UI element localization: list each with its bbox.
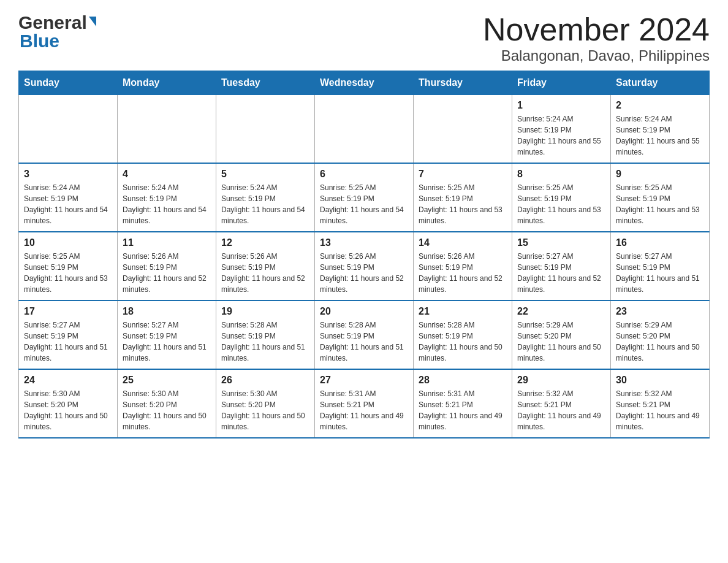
day-number: 4: [123, 169, 211, 180]
day-info: Sunrise: 5:24 AM Sunset: 5:19 PM Dayligh…: [123, 182, 211, 226]
calendar-cell: 9Sunrise: 5:25 AM Sunset: 5:19 PM Daylig…: [611, 163, 710, 232]
calendar-cell: 16Sunrise: 5:27 AM Sunset: 5:19 PM Dayli…: [611, 232, 710, 301]
day-info: Sunrise: 5:24 AM Sunset: 5:19 PM Dayligh…: [24, 182, 112, 226]
logo-arrow-icon: [89, 17, 96, 26]
calendar-cell: 2Sunrise: 5:24 AM Sunset: 5:19 PM Daylig…: [611, 95, 710, 164]
calendar-cell: [216, 95, 315, 164]
calendar-week-2: 3Sunrise: 5:24 AM Sunset: 5:19 PM Daylig…: [19, 163, 710, 232]
day-number: 30: [616, 375, 704, 386]
page-title: November 2024: [483, 12, 710, 47]
day-info: Sunrise: 5:32 AM Sunset: 5:21 PM Dayligh…: [517, 388, 605, 432]
calendar-cell: 4Sunrise: 5:24 AM Sunset: 5:19 PM Daylig…: [118, 163, 216, 232]
calendar-cell: 3Sunrise: 5:24 AM Sunset: 5:19 PM Daylig…: [19, 163, 118, 232]
day-info: Sunrise: 5:24 AM Sunset: 5:19 PM Dayligh…: [221, 182, 309, 226]
day-number: 12: [221, 237, 309, 248]
calendar-cell: 18Sunrise: 5:27 AM Sunset: 5:19 PM Dayli…: [118, 301, 216, 369]
logo-general-text: General: [18, 12, 87, 33]
day-info: Sunrise: 5:26 AM Sunset: 5:19 PM Dayligh…: [221, 251, 309, 295]
calendar-cell: [118, 95, 216, 164]
calendar-cell: 1Sunrise: 5:24 AM Sunset: 5:19 PM Daylig…: [512, 95, 611, 164]
day-number: 7: [419, 169, 507, 180]
day-number: 9: [616, 169, 704, 180]
calendar-header-monday: Monday: [118, 71, 216, 95]
day-number: 2: [616, 100, 704, 111]
calendar-header-sunday: Sunday: [19, 71, 118, 95]
calendar-header-row: SundayMondayTuesdayWednesdayThursdayFrid…: [19, 71, 710, 95]
day-info: Sunrise: 5:28 AM Sunset: 5:19 PM Dayligh…: [320, 320, 408, 364]
calendar-cell: 5Sunrise: 5:24 AM Sunset: 5:19 PM Daylig…: [216, 163, 315, 232]
day-info: Sunrise: 5:25 AM Sunset: 5:19 PM Dayligh…: [616, 182, 704, 226]
day-info: Sunrise: 5:29 AM Sunset: 5:20 PM Dayligh…: [616, 320, 704, 364]
day-info: Sunrise: 5:25 AM Sunset: 5:19 PM Dayligh…: [517, 182, 605, 226]
day-info: Sunrise: 5:24 AM Sunset: 5:19 PM Dayligh…: [616, 113, 704, 158]
calendar-cell: [414, 95, 512, 164]
day-number: 18: [123, 306, 211, 317]
calendar-cell: 8Sunrise: 5:25 AM Sunset: 5:19 PM Daylig…: [512, 163, 611, 232]
calendar-cell: 13Sunrise: 5:26 AM Sunset: 5:19 PM Dayli…: [315, 232, 414, 301]
calendar-header-thursday: Thursday: [414, 71, 512, 95]
day-number: 20: [320, 306, 408, 317]
calendar-cell: [19, 95, 118, 164]
logo: General Blue: [18, 12, 96, 52]
calendar-week-4: 17Sunrise: 5:27 AM Sunset: 5:19 PM Dayli…: [19, 301, 710, 369]
day-info: Sunrise: 5:30 AM Sunset: 5:20 PM Dayligh…: [123, 388, 211, 432]
day-info: Sunrise: 5:28 AM Sunset: 5:19 PM Dayligh…: [221, 320, 309, 364]
calendar-cell: 17Sunrise: 5:27 AM Sunset: 5:19 PM Dayli…: [19, 301, 118, 369]
day-number: 27: [320, 375, 408, 386]
page-subtitle: Balangonan, Davao, Philippines: [483, 47, 710, 64]
calendar-cell: 27Sunrise: 5:31 AM Sunset: 5:21 PM Dayli…: [315, 369, 414, 438]
day-info: Sunrise: 5:31 AM Sunset: 5:21 PM Dayligh…: [320, 388, 408, 432]
day-number: 13: [320, 237, 408, 248]
day-info: Sunrise: 5:31 AM Sunset: 5:21 PM Dayligh…: [419, 388, 507, 432]
day-number: 5: [221, 169, 309, 180]
day-number: 29: [517, 375, 605, 386]
calendar-cell: 12Sunrise: 5:26 AM Sunset: 5:19 PM Dayli…: [216, 232, 315, 301]
title-block: November 2024 Balangonan, Davao, Philipp…: [483, 12, 710, 64]
calendar-cell: 22Sunrise: 5:29 AM Sunset: 5:20 PM Dayli…: [512, 301, 611, 369]
day-number: 3: [24, 169, 112, 180]
day-info: Sunrise: 5:26 AM Sunset: 5:19 PM Dayligh…: [123, 251, 211, 295]
day-number: 16: [616, 237, 704, 248]
calendar-header-friday: Friday: [512, 71, 611, 95]
calendar-cell: 10Sunrise: 5:25 AM Sunset: 5:19 PM Dayli…: [19, 232, 118, 301]
day-number: 6: [320, 169, 408, 180]
day-number: 10: [24, 237, 112, 248]
calendar-cell: 29Sunrise: 5:32 AM Sunset: 5:21 PM Dayli…: [512, 369, 611, 438]
day-number: 17: [24, 306, 112, 317]
day-number: 28: [419, 375, 507, 386]
day-number: 11: [123, 237, 211, 248]
day-info: Sunrise: 5:27 AM Sunset: 5:19 PM Dayligh…: [616, 251, 704, 295]
day-info: Sunrise: 5:29 AM Sunset: 5:20 PM Dayligh…: [517, 320, 605, 364]
calendar-header-tuesday: Tuesday: [216, 71, 315, 95]
calendar-cell: 7Sunrise: 5:25 AM Sunset: 5:19 PM Daylig…: [414, 163, 512, 232]
calendar-cell: 19Sunrise: 5:28 AM Sunset: 5:19 PM Dayli…: [216, 301, 315, 369]
calendar-cell: 20Sunrise: 5:28 AM Sunset: 5:19 PM Dayli…: [315, 301, 414, 369]
day-number: 8: [517, 169, 605, 180]
day-info: Sunrise: 5:26 AM Sunset: 5:19 PM Dayligh…: [320, 251, 408, 295]
day-number: 25: [123, 375, 211, 386]
calendar-week-3: 10Sunrise: 5:25 AM Sunset: 5:19 PM Dayli…: [19, 232, 710, 301]
calendar-cell: 24Sunrise: 5:30 AM Sunset: 5:20 PM Dayli…: [19, 369, 118, 438]
day-number: 15: [517, 237, 605, 248]
day-info: Sunrise: 5:28 AM Sunset: 5:19 PM Dayligh…: [419, 320, 507, 364]
day-number: 1: [517, 100, 605, 111]
day-info: Sunrise: 5:26 AM Sunset: 5:19 PM Dayligh…: [419, 251, 507, 295]
calendar-cell: 25Sunrise: 5:30 AM Sunset: 5:20 PM Dayli…: [118, 369, 216, 438]
day-info: Sunrise: 5:25 AM Sunset: 5:19 PM Dayligh…: [320, 182, 408, 226]
day-info: Sunrise: 5:27 AM Sunset: 5:19 PM Dayligh…: [123, 320, 211, 364]
day-number: 26: [221, 375, 309, 386]
calendar-week-1: 1Sunrise: 5:24 AM Sunset: 5:19 PM Daylig…: [19, 95, 710, 164]
logo-blue-text: Blue: [18, 31, 59, 52]
calendar-cell: 21Sunrise: 5:28 AM Sunset: 5:19 PM Dayli…: [414, 301, 512, 369]
calendar-cell: 11Sunrise: 5:26 AM Sunset: 5:19 PM Dayli…: [118, 232, 216, 301]
calendar-cell: 23Sunrise: 5:29 AM Sunset: 5:20 PM Dayli…: [611, 301, 710, 369]
day-number: 21: [419, 306, 507, 317]
calendar-header-saturday: Saturday: [611, 71, 710, 95]
calendar-header-wednesday: Wednesday: [315, 71, 414, 95]
day-number: 14: [419, 237, 507, 248]
calendar-table: SundayMondayTuesdayWednesdayThursdayFrid…: [18, 71, 710, 439]
calendar-cell: 28Sunrise: 5:31 AM Sunset: 5:21 PM Dayli…: [414, 369, 512, 438]
day-info: Sunrise: 5:27 AM Sunset: 5:19 PM Dayligh…: [517, 251, 605, 295]
day-info: Sunrise: 5:24 AM Sunset: 5:19 PM Dayligh…: [517, 113, 605, 158]
day-info: Sunrise: 5:30 AM Sunset: 5:20 PM Dayligh…: [24, 388, 112, 432]
